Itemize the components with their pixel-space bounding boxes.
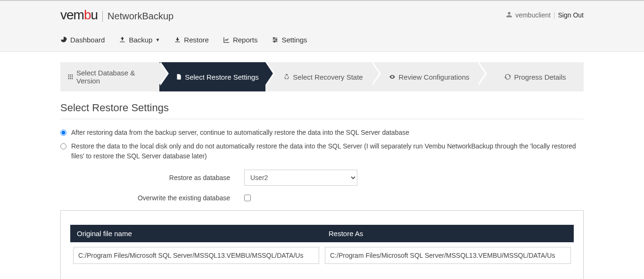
step-recovery-state[interactable]: Select Recovery State (265, 62, 372, 91)
step-restore-settings[interactable]: Select Restore Settings (159, 62, 265, 91)
file-icon (175, 74, 182, 80)
radio-auto-restore[interactable] (60, 130, 66, 136)
svg-point-0 (273, 38, 275, 39)
refresh-icon (504, 74, 511, 80)
nav-dashboard[interactable]: Dashboard (60, 36, 105, 44)
eye-icon (389, 74, 396, 80)
overwrite-label: Overwrite the existing database (60, 194, 230, 202)
chart-line-icon (223, 36, 230, 43)
svg-point-2 (274, 41, 275, 42)
file-mapping-panel: Original file name Restore As (60, 210, 584, 279)
original-file-input[interactable] (73, 247, 319, 264)
download-icon (174, 36, 181, 43)
recycle-icon (283, 74, 290, 80)
brand-logo: vembu NetworkBackup (60, 8, 173, 23)
upload-icon (119, 36, 126, 43)
table-row (70, 242, 574, 269)
svg-point-1 (276, 39, 277, 41)
product-name: NetworkBackup (102, 11, 173, 22)
col-restore-as: Restore As (322, 225, 574, 242)
step-review[interactable]: Review Configurations (372, 62, 478, 91)
option-auto-restore[interactable]: After restoring data from the backup ser… (60, 128, 584, 138)
file-mapping-table: Original file name Restore As (70, 225, 574, 269)
restore-as-select[interactable]: User2 (244, 170, 357, 186)
overwrite-checkbox[interactable] (244, 195, 251, 201)
nav-restore[interactable]: Restore (174, 36, 209, 44)
option-local-only[interactable]: Restore the data to the local disk only … (60, 141, 584, 161)
user-icon (506, 11, 512, 19)
username: vembuclient (515, 11, 551, 19)
pie-chart-icon (60, 36, 67, 43)
radio-local-only[interactable] (60, 143, 66, 149)
nav-backup[interactable]: Backup ▼ (119, 36, 160, 44)
restore-as-input[interactable] (325, 247, 571, 264)
grid-icon (67, 74, 74, 80)
main-nav: Dashboard Backup ▼ Restore Reports Setti… (60, 29, 584, 51)
col-original: Original file name (70, 225, 322, 242)
signout-link[interactable]: Sign Out (558, 11, 584, 19)
restore-as-label: Restore as database (60, 174, 230, 181)
page-title: Select Restore Settings (60, 102, 584, 119)
wizard-steps: Select Database & Version Select Restore… (60, 62, 584, 91)
nav-settings[interactable]: Settings (272, 36, 307, 44)
step-progress[interactable]: Progress Details (478, 62, 584, 91)
nav-reports[interactable]: Reports (223, 36, 258, 44)
caret-down-icon: ▼ (155, 37, 160, 42)
step-select-database[interactable]: Select Database & Version (60, 62, 159, 91)
sliders-icon (272, 36, 279, 43)
